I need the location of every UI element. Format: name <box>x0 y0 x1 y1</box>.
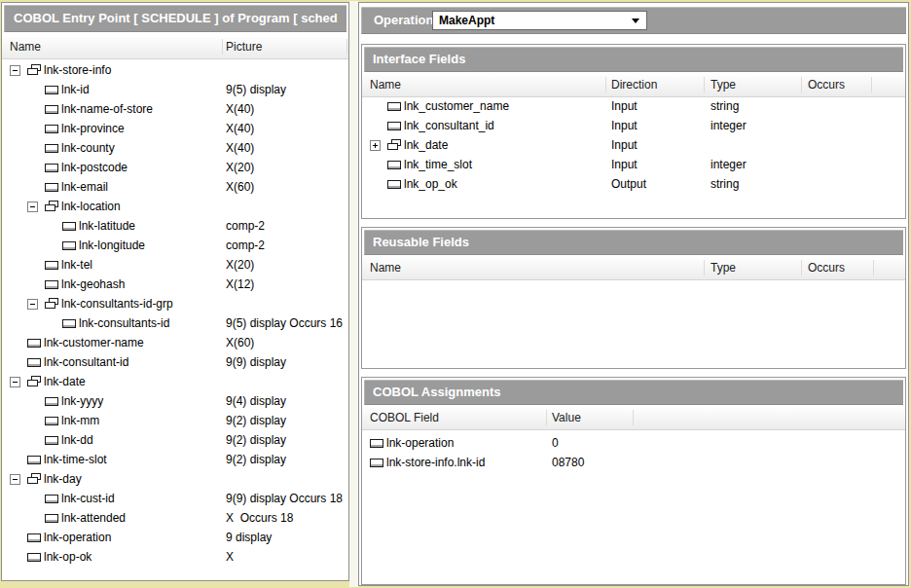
tree-row[interactable]: lnk-consultants-id-grp <box>2 294 348 313</box>
operation-mapping-panel: Operation MakeAppt Interface Fields Name… <box>358 2 909 586</box>
tree-row[interactable]: lnk-telX(20) <box>2 255 348 275</box>
interface-field-row[interactable]: lnk_customer_nameInputstring <box>362 96 905 116</box>
tree-row[interactable]: lnk-customer-nameX(60) <box>2 333 348 352</box>
operation-label: Operation <box>374 13 433 27</box>
group-field-icon <box>27 473 41 485</box>
tree-row[interactable]: lnk-time-slot9(2) display <box>2 450 348 469</box>
field-name: lnk-day <box>44 472 82 486</box>
field-icon <box>62 222 76 231</box>
tree-row[interactable]: lnk-cust-id9(9) display Occurs 18 <box>2 489 348 508</box>
tree-row[interactable]: lnk-operation9 display <box>2 528 348 547</box>
collapse-icon[interactable] <box>27 202 38 212</box>
tree-row[interactable]: lnk-name-of-storeX(40) <box>2 99 348 119</box>
collapse-icon[interactable] <box>10 474 20 485</box>
tree-row[interactable]: lnk-day <box>2 469 348 489</box>
picture-value: comp-2 <box>226 236 265 255</box>
field-icon <box>27 339 41 348</box>
column-header-picture[interactable]: Picture <box>226 36 262 57</box>
field-name: lnk-attended <box>61 511 126 525</box>
column-resize-handle[interactable] <box>546 410 547 425</box>
type-value: string <box>711 96 739 116</box>
group-field-icon <box>45 298 58 310</box>
tree-row[interactable]: lnk-dd9(2) display <box>2 430 348 450</box>
column-resize-handle[interactable] <box>222 39 223 55</box>
tree-row[interactable]: lnk-postcodeX(20) <box>2 158 348 177</box>
cobol-assignments-column-header-row: COBOL Field Value <box>362 407 905 430</box>
picture-value: X(60) <box>226 333 254 352</box>
direction-value: Input <box>611 155 638 174</box>
tree-row[interactable]: lnk-countyX(40) <box>2 138 348 158</box>
column-header-value[interactable]: Value <box>552 407 581 428</box>
type-value: integer <box>711 155 747 174</box>
cobol-assignments-list: lnk-operation0lnk-store-info.lnk-id08780 <box>362 433 905 472</box>
field-icon <box>27 456 41 464</box>
column-header-type[interactable]: Type <box>711 74 736 95</box>
field-name: lnk-tel <box>61 258 92 272</box>
interface-field-row[interactable]: lnk_dateInput <box>362 135 905 155</box>
interface-fields-list: lnk_customer_nameInputstringlnk_consulta… <box>362 96 905 194</box>
picture-value: 9(9) display Occurs 18 <box>226 489 343 508</box>
assignment-row[interactable]: lnk-operation0 <box>362 433 905 453</box>
column-resize-handle[interactable] <box>346 39 347 55</box>
interface-fields-section: Interface Fields Name Direction Type Occ… <box>361 44 906 219</box>
column-resize-handle[interactable] <box>801 77 802 92</box>
tree-row[interactable]: lnk-id9(5) display <box>2 80 348 99</box>
column-header-type[interactable]: Type <box>711 257 736 278</box>
tree-row[interactable]: lnk-attendedX Occurs 18 <box>2 508 348 528</box>
interface-field-row[interactable]: lnk_consultant_idInputinteger <box>362 116 905 135</box>
field-name: lnk-store-info <box>44 63 111 77</box>
collapse-icon[interactable] <box>10 377 20 387</box>
field-icon <box>27 553 41 562</box>
tree-row[interactable]: lnk-geohashX(12) <box>2 275 348 294</box>
field-name: lnk-location <box>61 200 121 213</box>
interface-field-row[interactable]: lnk_op_okOutputstring <box>362 174 905 194</box>
direction-value: Input <box>611 135 638 155</box>
tree-row[interactable]: lnk-consultant-id9(9) display <box>2 352 348 372</box>
tree-row[interactable]: lnk-op-okX <box>2 547 348 567</box>
column-header-cobol-field[interactable]: COBOL Field <box>370 407 439 428</box>
picture-value: comp-2 <box>226 216 265 236</box>
tree-row[interactable]: lnk-mm9(2) display <box>2 411 348 430</box>
column-header-name[interactable]: Name <box>370 257 401 278</box>
column-resize-handle[interactable] <box>801 260 802 276</box>
group-field-icon <box>387 139 401 151</box>
field-icon <box>387 122 401 130</box>
interface-field-row[interactable]: lnk_time_slotInputinteger <box>362 155 905 174</box>
tree-row[interactable]: lnk-emailX(60) <box>2 177 348 197</box>
operation-select[interactable]: MakeAppt <box>432 11 647 30</box>
column-header-name[interactable]: Name <box>10 36 41 57</box>
tree-row[interactable]: lnk-yyyy9(4) display <box>2 391 348 411</box>
tree-row[interactable]: lnk-longitudecomp-2 <box>2 236 348 255</box>
tree-row[interactable]: lnk-latitudecomp-2 <box>2 216 348 236</box>
field-name: lnk-longitude <box>79 239 145 252</box>
field-name: lnk-consultant-id <box>44 355 128 369</box>
collapse-icon[interactable] <box>27 299 38 310</box>
field-icon <box>62 241 76 250</box>
field-name: lnk-time-slot <box>44 453 107 466</box>
tree-row[interactable]: lnk-consultants-id9(5) display Occurs 16 <box>2 313 348 333</box>
column-resize-handle[interactable] <box>873 260 874 276</box>
collapse-icon[interactable] <box>10 65 20 76</box>
assignment-row[interactable]: lnk-store-info.lnk-id08780 <box>362 453 905 472</box>
picture-value: X(60) <box>226 177 254 197</box>
column-resize-handle[interactable] <box>704 77 705 92</box>
tree-row[interactable]: lnk-store-info <box>2 60 348 80</box>
column-resize-handle[interactable] <box>633 410 634 425</box>
tree-row[interactable]: lnk-provinceX(40) <box>2 119 348 138</box>
tree-row[interactable]: lnk-location <box>2 197 348 216</box>
picture-value: X Occurs 18 <box>226 508 293 528</box>
cobol-field-name: lnk-operation <box>386 436 454 450</box>
field-icon <box>45 86 58 94</box>
column-resize-handle[interactable] <box>605 77 606 92</box>
cobol-assignments-section: COBOL Assignments COBOL Field Value lnk-… <box>361 377 906 585</box>
column-header-direction[interactable]: Direction <box>611 74 657 95</box>
field-name: lnk-mm <box>61 414 99 427</box>
column-header-name[interactable]: Name <box>370 74 401 95</box>
column-header-occurs[interactable]: Occurs <box>808 257 845 278</box>
column-resize-handle[interactable] <box>871 77 872 92</box>
column-header-occurs[interactable]: Occurs <box>808 74 845 95</box>
expand-icon[interactable] <box>370 140 381 151</box>
panel-divider <box>349 1 358 587</box>
tree-row[interactable]: lnk-date <box>2 372 348 391</box>
column-resize-handle[interactable] <box>704 260 705 276</box>
